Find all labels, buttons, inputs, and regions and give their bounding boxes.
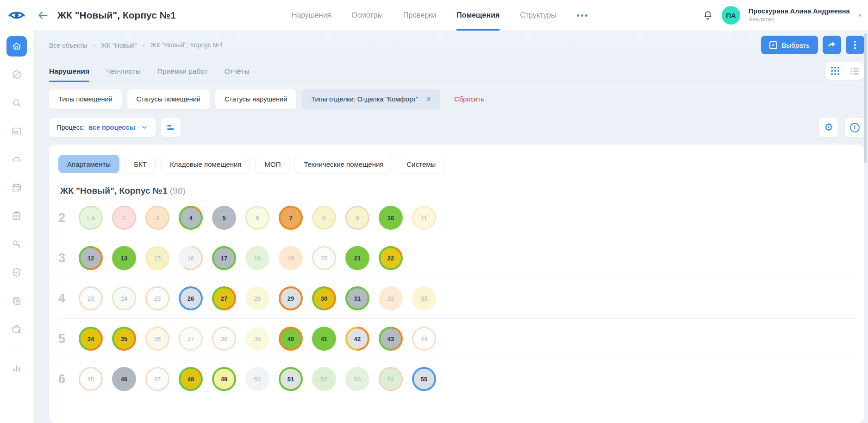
app-logo[interactable]: [0, 10, 33, 21]
nav-item[interactable]: Структуры: [520, 0, 556, 31]
unit-circle[interactable]: 40: [279, 327, 303, 351]
unit-circle[interactable]: 38: [212, 327, 236, 351]
notifications-button[interactable]: [702, 10, 713, 21]
unit-circle[interactable]: 4: [179, 206, 203, 230]
unit-circle[interactable]: 45: [79, 367, 103, 391]
filter-chip[interactable]: Типы отделки: Отделка "Комфорт": [302, 89, 440, 109]
unit-circle[interactable]: 1 А: [79, 206, 103, 230]
tab[interactable]: Чек-листы: [106, 67, 141, 82]
unit-circle[interactable]: 47: [145, 367, 169, 391]
unit-circle[interactable]: 3: [145, 206, 169, 230]
unit-circle[interactable]: 18: [245, 246, 269, 270]
sidebar-item-shield-check[interactable]: [6, 262, 27, 283]
nav-item[interactable]: Осмотры: [351, 0, 383, 31]
share-button[interactable]: [823, 36, 841, 54]
page-scrollbar[interactable]: [864, 33, 867, 163]
unit-circle[interactable]: 54: [379, 367, 403, 391]
tab[interactable]: Нарушения: [49, 67, 89, 82]
unit-circle[interactable]: 41: [312, 327, 336, 351]
unit-circle[interactable]: 51: [279, 367, 303, 391]
nav-item[interactable]: Нарушения: [292, 0, 331, 31]
category-tab[interactable]: БКТ: [125, 155, 156, 173]
category-tab[interactable]: Апартаменты: [58, 155, 119, 173]
unit-circle[interactable]: 39: [245, 327, 269, 351]
unit-circle[interactable]: 9: [345, 206, 369, 230]
unit-circle[interactable]: 24: [112, 286, 136, 310]
unit-circle[interactable]: 28: [245, 286, 269, 310]
sidebar-item-hard-hat[interactable]: [6, 149, 27, 170]
unit-circle[interactable]: 11: [412, 206, 436, 230]
unit-circle[interactable]: 8: [312, 206, 336, 230]
sidebar-item-hexagon-slash[interactable]: [6, 64, 27, 85]
sidebar-item-magnifier[interactable]: [6, 93, 27, 113]
unit-circle[interactable]: 46: [112, 367, 136, 391]
unit-circle[interactable]: 19: [279, 246, 303, 270]
sidebar-item-briefcase-user[interactable]: [6, 319, 27, 339]
unit-circle[interactable]: 5: [212, 206, 236, 230]
unit-circle[interactable]: 25: [145, 286, 169, 310]
info-button[interactable]: [845, 118, 864, 137]
unit-circle[interactable]: 34: [79, 327, 103, 351]
sidebar-item-bar-chart[interactable]: [6, 358, 27, 378]
grid-view-button[interactable]: [825, 62, 845, 80]
unit-circle[interactable]: 21: [345, 246, 369, 270]
unit-circle[interactable]: 23: [79, 286, 103, 310]
unit-circle[interactable]: 31: [345, 286, 369, 310]
unit-circle[interactable]: 20: [312, 246, 336, 270]
select-button[interactable]: Выбрать: [761, 36, 818, 54]
unit-circle[interactable]: 55: [412, 367, 436, 391]
sort-button[interactable]: [161, 118, 181, 137]
nav-item[interactable]: Помещения: [456, 0, 500, 31]
unit-circle[interactable]: 30: [312, 286, 336, 310]
unit-circle[interactable]: 42: [345, 327, 369, 351]
user-avatar[interactable]: ПА: [722, 6, 740, 25]
sidebar-item-calendar-check[interactable]: [6, 177, 27, 198]
unit-circle[interactable]: 36: [145, 327, 169, 351]
close-icon[interactable]: [426, 95, 431, 103]
nav-more-button[interactable]: [577, 0, 587, 31]
category-tab[interactable]: Технические помещения: [295, 155, 392, 173]
breadcrumb-item[interactable]: ЖК "Новый": [101, 41, 150, 49]
process-select[interactable]: Процесс: все процессы: [49, 118, 156, 137]
unit-circle[interactable]: 16: [179, 246, 203, 270]
unit-circle[interactable]: 33: [412, 286, 436, 310]
nav-item[interactable]: Проверки: [403, 0, 436, 31]
filter-chip[interactable]: Типы помещений: [49, 89, 122, 109]
more-actions-button[interactable]: [846, 36, 864, 54]
unit-circle[interactable]: 27: [212, 286, 236, 310]
unit-circle[interactable]: 43: [379, 327, 403, 351]
unit-circle[interactable]: 49: [212, 367, 236, 391]
unit-circle[interactable]: 29: [279, 286, 303, 310]
tab[interactable]: Приёмки работ: [157, 67, 208, 82]
category-tab[interactable]: Кладовые помещения: [161, 155, 250, 173]
category-tab[interactable]: Системы: [398, 155, 444, 173]
sidebar-item-documents[interactable]: [6, 290, 27, 311]
sidebar-item-home[interactable]: [6, 36, 27, 57]
category-tab[interactable]: МОП: [256, 155, 289, 173]
unit-circle[interactable]: 26: [179, 286, 203, 310]
unit-circle[interactable]: 10: [379, 206, 403, 230]
unit-circle[interactable]: 17: [212, 246, 236, 270]
filter-chip[interactable]: Статусы нарушений: [215, 89, 296, 109]
user-menu-chevron-icon[interactable]: ▾: [859, 13, 862, 19]
unit-circle[interactable]: 53: [345, 367, 369, 391]
unit-circle[interactable]: 35: [112, 327, 136, 351]
settings-button[interactable]: [819, 118, 838, 137]
unit-circle[interactable]: 2: [112, 206, 136, 230]
filter-chip[interactable]: Статусы помещений: [127, 89, 210, 109]
sidebar-item-clipboard[interactable]: [6, 206, 27, 226]
user-info[interactable]: Проскурина Алина Андреевна Аналитик: [749, 7, 849, 23]
reset-filters-link[interactable]: Сбросить: [454, 95, 484, 103]
back-button[interactable]: [37, 9, 49, 21]
unit-circle[interactable]: 37: [179, 327, 203, 351]
unit-circle[interactable]: 50: [245, 367, 269, 391]
breadcrumb-item[interactable]: Все объекты: [49, 41, 101, 49]
sidebar-item-key[interactable]: [6, 234, 27, 254]
unit-circle[interactable]: 13: [112, 246, 136, 270]
unit-circle[interactable]: 12: [79, 246, 103, 270]
unit-circle[interactable]: 22: [379, 246, 403, 270]
unit-circle[interactable]: 48: [179, 367, 203, 391]
unit-circle[interactable]: 44: [412, 327, 436, 351]
unit-circle[interactable]: 32: [379, 286, 403, 310]
list-view-button[interactable]: [845, 62, 864, 80]
